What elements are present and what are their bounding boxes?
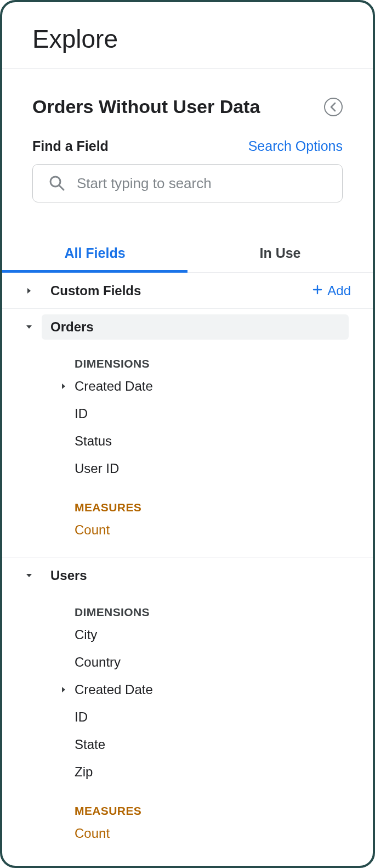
view-header-orders[interactable]: Orders <box>2 309 373 345</box>
chevron-left-icon <box>329 102 337 112</box>
field-label: Created Date <box>75 379 153 394</box>
field-label: ID <box>75 709 88 725</box>
search-options-link[interactable]: Search Options <box>248 138 343 154</box>
field-label: Country <box>75 655 121 670</box>
field-id[interactable]: ID <box>2 400 373 427</box>
field-label: User ID <box>75 461 119 476</box>
search-icon <box>48 174 66 192</box>
caret-right-icon <box>21 287 37 295</box>
collapse-panel-button[interactable] <box>324 98 343 116</box>
measures-label: MEASURES <box>2 786 373 820</box>
field-count[interactable]: Count <box>2 516 373 544</box>
field-state[interactable]: State <box>2 731 373 758</box>
view-users: Users DIMENSIONS City Country Created Da… <box>2 557 373 860</box>
add-custom-field-button[interactable]: Add <box>312 283 351 298</box>
view-name: Orders <box>50 319 94 335</box>
svg-line-1 <box>59 185 64 190</box>
caret-down-icon <box>21 572 37 579</box>
field-count[interactable]: Count <box>2 820 373 847</box>
caret-down-icon <box>21 323 37 331</box>
field-label: Status <box>75 433 112 449</box>
plus-icon <box>312 283 323 298</box>
field-label: City <box>75 627 97 642</box>
view-orders: Orders DIMENSIONS Created Date ID Status… <box>2 309 373 557</box>
field-zip[interactable]: Zip <box>2 758 373 786</box>
tab-all-fields[interactable]: All Fields <box>2 233 188 272</box>
field-city[interactable]: City <box>2 621 373 649</box>
add-label: Add <box>327 283 351 298</box>
field-created-date[interactable]: Created Date <box>2 676 373 703</box>
find-field-label: Find a Field <box>32 138 109 154</box>
page-title: Explore <box>32 24 343 54</box>
field-label: State <box>75 737 105 752</box>
explore-title: Orders Without User Data <box>32 96 260 117</box>
caret-right-icon <box>53 686 75 693</box>
field-id[interactable]: ID <box>2 703 373 731</box>
dimensions-label: DIMENSIONS <box>2 594 373 621</box>
field-tabs: All Fields In Use <box>2 233 373 273</box>
field-status[interactable]: Status <box>2 427 373 455</box>
view-name: Users <box>50 568 87 583</box>
field-user-id[interactable]: User ID <box>2 455 373 482</box>
view-header-users[interactable]: Users <box>2 557 373 594</box>
field-label: ID <box>75 406 88 421</box>
field-label: Count <box>75 826 110 841</box>
search-input[interactable] <box>76 174 327 193</box>
field-label: Created Date <box>75 682 153 697</box>
custom-fields-label: Custom Fields <box>50 283 141 298</box>
tab-in-use[interactable]: In Use <box>188 233 373 272</box>
dimensions-label: DIMENSIONS <box>2 345 373 373</box>
field-label: Count <box>75 522 110 538</box>
custom-fields-row[interactable]: Custom Fields Add <box>2 273 373 309</box>
caret-right-icon <box>53 383 75 390</box>
field-created-date[interactable]: Created Date <box>2 373 373 400</box>
field-country[interactable]: Country <box>2 649 373 676</box>
field-label: Zip <box>75 764 93 780</box>
search-box[interactable] <box>32 164 343 202</box>
measures-label: MEASURES <box>2 482 373 516</box>
